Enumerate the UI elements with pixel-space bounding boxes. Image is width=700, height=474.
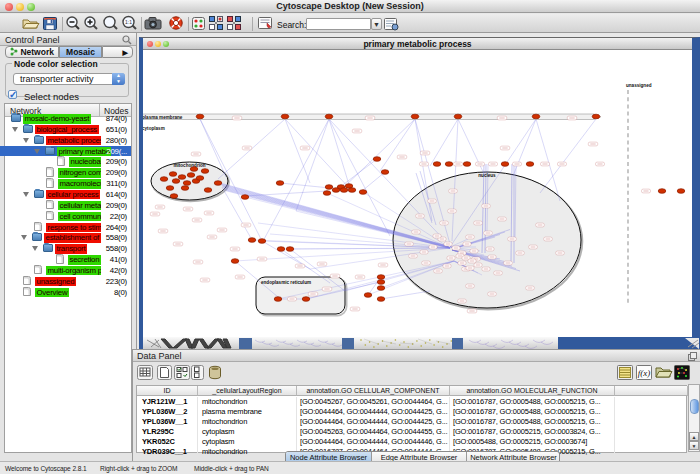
svg-text:unassigned: unassigned xyxy=(626,83,652,88)
svg-text:plasma membrane: plasma membrane xyxy=(143,115,183,120)
svg-text:endoplasmic reticulum: endoplasmic reticulum xyxy=(261,280,311,285)
svg-text:mitochondrion: mitochondrion xyxy=(173,163,205,168)
svg-text:f(x): f(x) xyxy=(638,368,651,378)
svg-text:1:1: 1:1 xyxy=(125,19,132,25)
svg-text:cytoplasm: cytoplasm xyxy=(143,126,165,131)
svg-text:nucleus: nucleus xyxy=(478,173,496,178)
